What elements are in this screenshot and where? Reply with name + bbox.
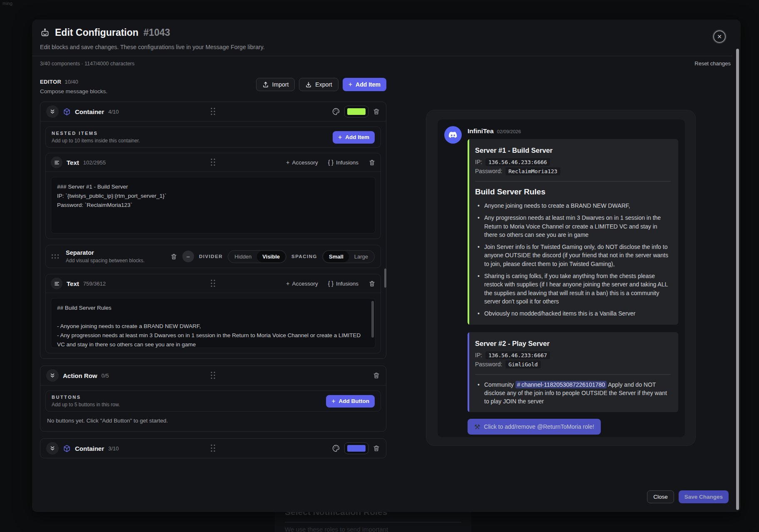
buttons-hint: Add up to 5 buttons in this row.	[52, 402, 120, 408]
trash-icon[interactable]	[170, 253, 177, 260]
buttons-bar: BUTTONS Add up to 5 buttons in this row.…	[45, 390, 381, 412]
header-divider	[32, 56, 732, 56]
trash-icon[interactable]	[368, 280, 376, 287]
drag-handle[interactable]	[211, 445, 216, 452]
spacing-option-small[interactable]: Small	[324, 251, 349, 262]
background-text-fragment: ming	[2, 1, 12, 6]
add-item-button[interactable]: + Add Item	[343, 78, 386, 91]
discord-message-preview: InfiniTea 02/09/2026 Server #1 - Build S…	[438, 119, 685, 437]
embed-1-password-line: Password: ReclaimMoria123	[475, 168, 671, 174]
embed-play-server: Server #2 - Play Server IP: 136.56.46.23…	[468, 332, 678, 413]
save-changes-button[interactable]: Save Changes	[679, 490, 729, 503]
trash-icon[interactable]	[373, 445, 380, 452]
embed-1-title: Server #1 - Build Server	[475, 147, 671, 154]
palette-icon[interactable]	[332, 107, 340, 116]
buttons-label: BUTTONS	[52, 395, 120, 400]
editor-toolbar: Import Export + Add Item	[256, 78, 386, 91]
rules-title: Build Server Rules	[475, 187, 671, 196]
action-row-block: Action Row 0/5 BUTTONS Add	[40, 365, 386, 432]
divider-option-hidden[interactable]: Hidden	[229, 251, 257, 262]
container-color-picker[interactable]	[344, 443, 368, 454]
drag-handle[interactable]	[211, 108, 216, 115]
accessory-button[interactable]: + Accessory	[286, 159, 318, 166]
robot-icon	[40, 28, 50, 38]
drag-handle[interactable]	[52, 254, 59, 259]
download-icon	[305, 81, 312, 88]
background-panel-divider	[285, 522, 461, 522]
editor-count: 10/40	[65, 79, 78, 85]
trash-icon[interactable]	[368, 159, 376, 166]
container-block-1: Container 4/10	[40, 102, 386, 359]
nested-add-item-button[interactable]: + Add Item	[333, 131, 375, 144]
plus-icon: +	[286, 159, 289, 166]
edit-configuration-modal: Edit Configuration #1043 Edit blocks and…	[32, 20, 741, 512]
text-block-1-header: Text 102/2955 + Accessory { } Infusions	[46, 153, 381, 172]
text-block-1-count: 102/2955	[83, 159, 106, 166]
text-block-1: Text 102/2955 + Accessory { } Infusions	[45, 153, 381, 239]
reset-changes-link[interactable]: Reset changes	[694, 60, 731, 67]
spacing-toggle: Small Large	[322, 250, 375, 263]
export-button[interactable]: Export	[299, 78, 338, 91]
textarea-scrollbar[interactable]	[371, 301, 374, 338]
community-list: Community #channel-1182053087226101780 A…	[475, 380, 671, 406]
editor-scrollbar[interactable]	[384, 268, 386, 288]
channel-mention[interactable]: #channel-1182053087226101780	[515, 381, 607, 388]
container-1-name: Container	[75, 108, 104, 115]
nested-items-label: NESTED ITEMS	[52, 131, 140, 136]
infusions-button[interactable]: { } Infusions	[328, 280, 358, 287]
hash-icon: #	[517, 381, 520, 388]
embed-2-password-line: Password: GimliGold	[475, 361, 671, 368]
embed-divider	[475, 181, 671, 181]
editor-label: EDITOR	[40, 79, 61, 85]
drag-handle[interactable]	[211, 372, 216, 379]
no-buttons-note: No buttons yet. Click "Add Button" to ge…	[45, 412, 381, 426]
close-button[interactable]: Close	[647, 490, 674, 503]
drag-handle[interactable]	[211, 280, 216, 287]
modal-header: Edit Configuration #1043	[40, 27, 170, 38]
text-block-2-name: Text	[67, 280, 79, 287]
spacing-option-large[interactable]: Large	[349, 251, 373, 262]
minus-icon[interactable]: −	[182, 251, 194, 262]
import-button[interactable]: Import	[256, 78, 295, 91]
collapse-icon[interactable]	[46, 442, 59, 455]
role-toggle-button[interactable]: ⚒ Click to add/remove @ReturnToMoria rol…	[468, 419, 601, 435]
collapse-icon[interactable]	[46, 369, 59, 382]
embed-1-ip-line: IP: 136.56.46.233:6666	[475, 159, 671, 165]
add-button-button[interactable]: + Add Button	[326, 395, 375, 408]
component-stats: 3/40 components · 1147/4000 characters	[40, 61, 134, 67]
modal-scrollbar[interactable]	[736, 49, 739, 510]
embed-2-ip-line: IP: 136.56.46.233:6667	[475, 352, 671, 358]
palette-icon[interactable]	[332, 444, 340, 452]
container-color-picker[interactable]	[344, 106, 368, 117]
container-2-name: Container	[75, 445, 104, 452]
rule-item: Sharing is caring folks, if you take any…	[475, 272, 671, 306]
community-item: Community #channel-1182053087226101780 A…	[475, 380, 671, 406]
container-2-count: 3/10	[108, 445, 119, 452]
nested-items-hint: Add up to 10 items inside this container…	[52, 138, 140, 144]
modal-subtitle: Edit blocks and save changes. These conf…	[40, 44, 265, 50]
rules-list: Anyone joining needs to create a BRAND N…	[475, 201, 671, 318]
ip-code: 136.56.46.233:6666	[485, 158, 550, 166]
upload-icon	[262, 81, 269, 88]
action-row-name: Action Row	[63, 372, 97, 379]
action-row-header: Action Row 0/5	[40, 366, 386, 385]
trash-icon[interactable]	[373, 372, 380, 379]
text-block-1-textarea[interactable]: ### Server #1 - Build Server IP: `{twist…	[51, 177, 376, 234]
container-1-header: Container 4/10	[40, 102, 386, 121]
modal-title: Edit Configuration	[55, 27, 139, 38]
message-header: InfiniTea 02/09/2026	[468, 127, 678, 135]
editor-pane: EDITOR10/40 Compose message blocks. Impo…	[40, 78, 386, 482]
text-block-1-name: Text	[67, 159, 79, 166]
container-block-2: Container 3/10	[40, 438, 386, 458]
trash-icon[interactable]	[373, 108, 380, 115]
accessory-button[interactable]: + Accessory	[286, 280, 318, 287]
infusions-button[interactable]: { } Infusions	[328, 159, 358, 166]
divider	[46, 293, 381, 293]
collapse-icon[interactable]	[46, 105, 59, 118]
rule-item: Any progression needs at least min 3 Dwa…	[475, 214, 671, 239]
text-block-2-textarea[interactable]: ## Build Server Rules - Anyone joining n…	[51, 298, 376, 348]
spacing-label: SPACING	[291, 254, 317, 259]
divider-option-visible[interactable]: Visible	[257, 251, 285, 262]
close-icon[interactable]: ✕	[713, 30, 726, 43]
drag-handle[interactable]	[211, 159, 216, 166]
